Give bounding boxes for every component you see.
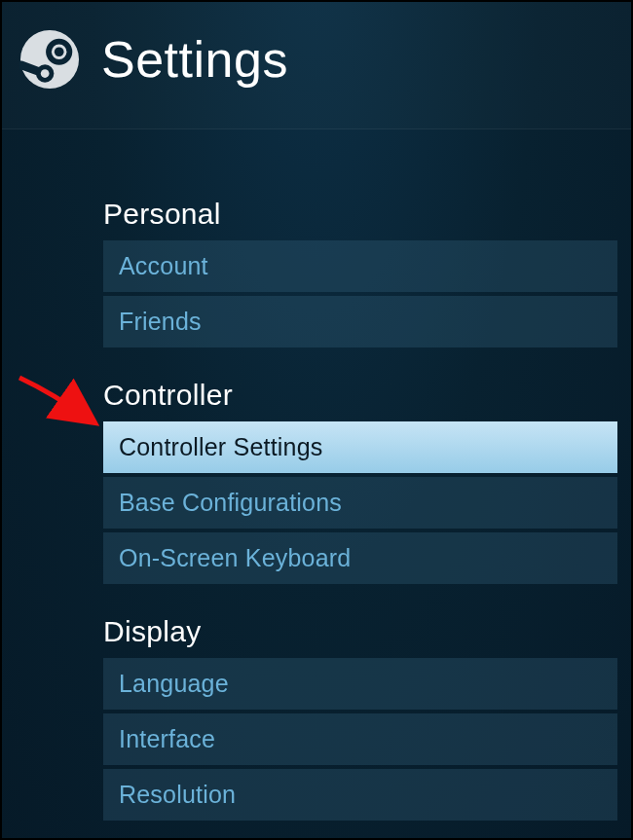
item-friends[interactable]: Friends [103, 296, 617, 347]
steam-logo-icon [19, 29, 80, 90]
section-items-display: Language Interface Resolution [2, 658, 631, 821]
item-base-configurations[interactable]: Base Configurations [103, 477, 617, 529]
item-account[interactable]: Account [103, 240, 617, 292]
header: Settings [2, 2, 631, 129]
item-interface[interactable]: Interface [103, 713, 617, 765]
section-personal: Personal Account Friends [2, 198, 631, 347]
page-title: Settings [101, 30, 288, 89]
section-display: Display Language Interface Resolution [2, 615, 631, 821]
section-items-controller: Controller Settings Base Configurations … [2, 421, 631, 584]
section-controller: Controller Controller Settings Base Conf… [2, 379, 631, 584]
section-title-personal: Personal [2, 198, 631, 240]
svg-point-5 [55, 47, 64, 56]
item-on-screen-keyboard[interactable]: On-Screen Keyboard [103, 532, 617, 584]
section-items-personal: Account Friends [2, 240, 631, 347]
settings-content: Personal Account Friends Controller Cont… [2, 129, 631, 821]
svg-point-2 [41, 69, 50, 78]
section-title-display: Display [2, 615, 631, 658]
item-language[interactable]: Language [103, 658, 617, 710]
section-title-controller: Controller [2, 379, 631, 421]
item-controller-settings[interactable]: Controller Settings [103, 421, 617, 473]
item-resolution[interactable]: Resolution [103, 769, 617, 821]
